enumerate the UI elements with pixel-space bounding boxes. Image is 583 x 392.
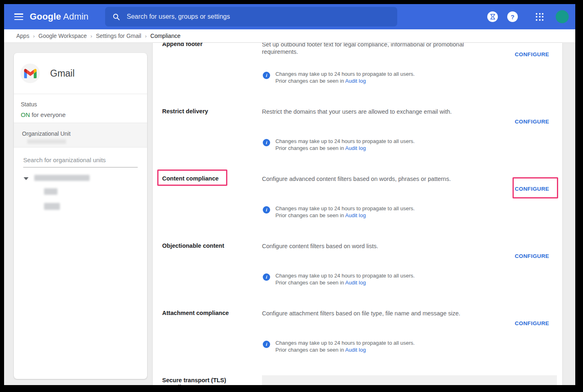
setting-label: Objectionable content (162, 242, 258, 249)
breadcrumb-separator: › (33, 33, 35, 39)
org-unit-tree (14, 175, 147, 224)
setting-label: Append footer (162, 43, 258, 48)
status-label: Status (21, 101, 147, 108)
propagation-note: i Changes may take up to 24 hours to pro… (263, 70, 415, 84)
propagation-note: i Changes may take up to 24 hours to pro… (263, 205, 415, 219)
setting-label: Attachment compliance (162, 310, 258, 317)
configure-button[interactable]: CONFIGURE (515, 186, 549, 192)
audit-log-link[interactable]: Audit log (345, 145, 366, 151)
info-icon: i (263, 273, 270, 281)
app-title: Gmail (50, 68, 75, 79)
menu-icon[interactable] (14, 13, 23, 20)
audit-log-link[interactable]: Audit log (345, 280, 366, 286)
note-line2: Prior changes can be seen in Audit log (275, 145, 415, 152)
global-search-bar[interactable] (105, 7, 397, 26)
note-line2: Prior changes can be seen in Audit log (275, 346, 415, 353)
admin-console-window: GoogleAdmin ? Apps › (4, 4, 575, 385)
top-app-bar: GoogleAdmin ? (4, 4, 575, 29)
chevron-down-icon[interactable] (24, 177, 29, 180)
setting-label: Restrict delivery (162, 108, 258, 115)
status-section: Status ON for everyone (14, 94, 147, 123)
row-hover-surface (262, 375, 557, 385)
breadcrumb-settings-for-gmail[interactable]: Settings for Gmail (96, 33, 141, 39)
breadcrumb-current: Compliance (150, 33, 180, 39)
propagation-note: i Changes may take up to 24 hours to pro… (263, 272, 415, 286)
help-icon[interactable]: ? (507, 11, 518, 22)
google-admin-logo[interactable]: GoogleAdmin (30, 11, 88, 22)
redacted-org-child[interactable] (44, 203, 60, 210)
note-line1: Changes may take up to 24 hours to propa… (275, 205, 415, 212)
setting-description: Restrict the domains that your users are… (262, 108, 501, 115)
note-line1: Changes may take up to 24 hours to propa… (275, 70, 415, 77)
setting-row-append-footer[interactable]: Append footer Set up outbound footer tex… (153, 43, 562, 108)
setting-description: Set up outbound footer text for legal co… (262, 43, 501, 55)
configure-button[interactable]: CONFIGURE (515, 320, 549, 326)
note-line1: Changes may take up to 24 hours to propa… (275, 138, 415, 145)
compliance-settings-panel: Append footer Set up outbound footer tex… (153, 43, 562, 385)
info-icon: i (263, 206, 270, 214)
note-line2: Prior changes can be seen in Audit log (275, 212, 415, 219)
setting-description: Configure advanced content filters based… (262, 175, 501, 183)
hourglass-icon[interactable] (487, 11, 498, 22)
card-header: Gmail (14, 53, 147, 94)
note-line1: Changes may take up to 24 hours to propa… (275, 272, 415, 279)
configure-button[interactable]: CONFIGURE (515, 253, 549, 259)
gmail-logo-icon (20, 64, 40, 83)
redacted-org-root[interactable] (34, 175, 90, 181)
topbar-actions: ? (487, 4, 575, 29)
audit-log-link[interactable]: Audit log (345, 212, 366, 218)
status-on-badge: ON (21, 111, 30, 118)
organizational-unit-section: Organizational Unit (14, 123, 147, 148)
configure-button[interactable]: CONFIGURE (515, 119, 549, 125)
search-icon (112, 13, 120, 21)
breadcrumb: Apps › Google Workspace › Settings for G… (4, 29, 575, 43)
setting-label: Secure transport (TLS) compliance (162, 377, 258, 385)
configure-button[interactable]: CONFIGURE (515, 51, 549, 57)
brand-google: Google (30, 11, 61, 22)
avatar[interactable] (556, 10, 569, 23)
setting-row-content-compliance[interactable]: Content compliance Configure advanced co… (153, 175, 562, 242)
note-line2: Prior changes can be seen in Audit log (275, 77, 415, 84)
audit-log-link[interactable]: Audit log (345, 78, 366, 84)
breadcrumb-google-workspace[interactable]: Google Workspace (38, 33, 87, 39)
note-line2: Prior changes can be seen in Audit log (275, 279, 415, 286)
brand-admin: Admin (63, 11, 88, 22)
setting-description: Configure content filters based on word … (262, 242, 501, 250)
info-icon: i (263, 341, 270, 348)
breadcrumb-separator: › (145, 33, 147, 39)
setting-row-objectionable-content[interactable]: Objectionable content Configure content … (153, 242, 562, 310)
info-icon: i (263, 139, 270, 146)
propagation-note: i Changes may take up to 24 hours to pro… (263, 339, 415, 353)
redacted-text (27, 139, 66, 144)
global-search-input[interactable] (126, 13, 397, 21)
info-icon: i (263, 72, 270, 79)
setting-row-attachment-compliance[interactable]: Attachment compliance Configure attachme… (153, 310, 562, 377)
help-glyph: ? (510, 13, 514, 20)
setting-label: Content compliance (162, 175, 258, 182)
gmail-settings-card: Gmail Status ON for everyone Organizatio… (14, 53, 147, 379)
setting-description: Configure attachment filters based on fi… (262, 310, 501, 317)
breadcrumb-separator: › (90, 33, 92, 39)
note-line1: Changes may take up to 24 hours to propa… (275, 339, 415, 346)
setting-row-secure-transport[interactable]: Secure transport (TLS) compliance (153, 377, 562, 385)
propagation-note: i Changes may take up to 24 hours to pro… (263, 138, 415, 152)
organizational-unit-label: Organizational Unit (22, 130, 70, 137)
org-unit-search-input[interactable] (23, 156, 138, 167)
org-unit-search (23, 156, 138, 167)
redacted-org-child[interactable] (44, 188, 57, 195)
status-value: ON for everyone (21, 111, 147, 118)
breadcrumb-apps[interactable]: Apps (16, 33, 29, 39)
audit-log-link[interactable]: Audit log (345, 347, 366, 353)
apps-grid-icon[interactable] (536, 13, 543, 21)
setting-row-restrict-delivery[interactable]: Restrict delivery Restrict the domains t… (153, 108, 562, 175)
